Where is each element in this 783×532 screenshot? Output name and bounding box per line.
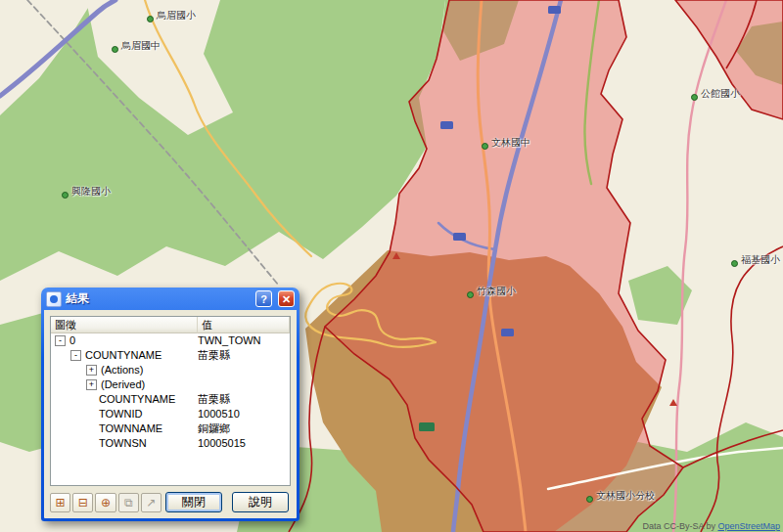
school-label: 公館國小 — [701, 87, 740, 101]
open-form-icon[interactable]: ↗ — [141, 493, 161, 512]
school-label: 烏眉國小 — [157, 9, 196, 22]
school-label: 文林國小分校 — [596, 489, 655, 503]
school-label: 文林國中 — [491, 136, 530, 150]
table-row[interactable]: -COUNTYNAME 苗栗縣 — [51, 348, 290, 363]
collapse-expander-icon[interactable]: - — [55, 335, 66, 346]
dialog-help-button[interactable]: ? — [255, 290, 272, 307]
dialog-titlebar[interactable]: 結果 ? ✕ — [44, 288, 297, 310]
feature-value: 10005015 — [198, 436, 290, 451]
identify-icon — [46, 291, 62, 307]
feature-value: TWN_TOWN — [198, 333, 290, 348]
expand-all-icon[interactable]: ⊕ — [95, 493, 115, 512]
school-marker — [62, 192, 69, 199]
expand-expander-icon[interactable]: + — [86, 379, 97, 390]
table-row[interactable]: COUNTYNAME 苗栗縣 — [51, 392, 290, 407]
school-label: 興隆國小 — [71, 185, 111, 199]
feature-name: TOWNNAME — [99, 421, 162, 436]
table-row[interactable]: TOWNID 1000510 — [51, 407, 290, 421]
collapse-expander-icon[interactable]: - — [70, 350, 81, 361]
collapse-tree-icon[interactable]: ⊟ — [72, 493, 93, 512]
results-dialog: 結果 ? ✕ 圖徵 值 -0 TWN_TOWN -COUNTYNAME 苗栗縣 — [41, 288, 299, 521]
feature-value: 1000510 — [198, 407, 290, 421]
results-table: 圖徵 值 -0 TWN_TOWN -COUNTYNAME 苗栗縣 +(Actio… — [50, 316, 291, 486]
school-marker — [147, 16, 154, 22]
attribution-text: Data CC-By-SA by — [642, 521, 717, 531]
map-attribution: Data CC-By-SA by OpenStreetMap — [642, 521, 780, 531]
school-marker — [691, 94, 698, 101]
gis-app-window: 烏眉國小 烏眉國中 興隆國小 文林國中 竹森國小 公館國小 福基國小 文林國小分… — [0, 0, 783, 532]
feature-name: (Actions) — [101, 363, 143, 377]
feature-value — [198, 377, 290, 392]
table-header: 圖徵 值 — [51, 317, 290, 333]
school-marker — [112, 46, 118, 53]
feature-value: 苗栗縣 — [198, 392, 290, 407]
copy-feature-icon[interactable]: ⧉ — [118, 493, 139, 512]
feature-value — [198, 363, 290, 377]
table-row[interactable]: +(Derived) — [51, 377, 290, 392]
dialog-footer: ⊞ ⊟ ⊕ ⧉ ↗ 關閉 說明 — [50, 492, 291, 512]
school-label: 竹森國小 — [477, 285, 516, 298]
expand-expander-icon[interactable]: + — [86, 365, 97, 376]
column-header-feature[interactable]: 圖徵 — [51, 317, 198, 333]
table-row[interactable]: -0 TWN_TOWN — [51, 333, 290, 348]
feature-name: (Derived) — [101, 377, 145, 392]
table-row[interactable]: TOWNNAME 銅鑼鄉 — [51, 421, 290, 436]
column-header-value[interactable]: 值 — [198, 317, 290, 333]
dialog-close-button[interactable]: ✕ — [278, 290, 295, 307]
table-row[interactable]: +(Actions) — [51, 363, 290, 377]
school-label: 烏眉國中 — [121, 39, 161, 53]
feature-name: 0 — [69, 333, 75, 348]
expand-tree-icon[interactable]: ⊞ — [50, 493, 70, 512]
school-marker — [482, 143, 488, 150]
feature-name: COUNTYNAME — [85, 348, 161, 363]
feature-value: 苗栗縣 — [198, 348, 290, 363]
school-marker — [731, 260, 738, 267]
feature-name: TOWNID — [99, 407, 142, 421]
feature-value: 銅鑼鄉 — [198, 421, 290, 436]
openstreetmap-link[interactable]: OpenStreetMap — [717, 521, 780, 531]
help-button[interactable]: 說明 — [232, 492, 289, 512]
table-row[interactable]: TOWNSN 10005015 — [51, 436, 290, 451]
close-button[interactable]: 關閉 — [165, 492, 222, 512]
feature-name: TOWNSN — [99, 436, 147, 451]
dialog-body: 圖徵 值 -0 TWN_TOWN -COUNTYNAME 苗栗縣 +(Actio… — [44, 310, 297, 518]
feature-name: COUNTYNAME — [99, 392, 175, 407]
school-marker — [586, 496, 593, 503]
dialog-title: 結果 — [66, 290, 89, 307]
school-label: 福基國小 — [741, 253, 780, 267]
school-marker — [467, 291, 474, 298]
